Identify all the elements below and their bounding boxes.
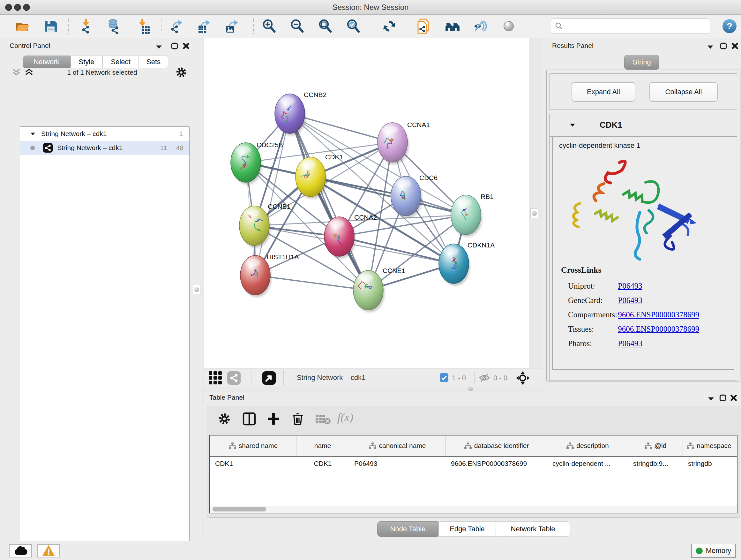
zoom-selected-icon[interactable]	[346, 18, 361, 34]
tab-node-table[interactable]: Node Table	[377, 521, 439, 537]
import-network-file-icon[interactable]	[79, 18, 94, 34]
export-network-icon[interactable]	[169, 18, 184, 34]
export-table-icon[interactable]	[197, 18, 212, 34]
network-node-RB1[interactable]	[451, 195, 482, 237]
zoom-in-icon[interactable]	[261, 18, 277, 34]
zoom-out-icon[interactable]	[289, 18, 305, 34]
tab-edge-table[interactable]: Edge Table	[439, 521, 496, 537]
crosslink-pharos[interactable]: P06493	[618, 339, 642, 348]
left-splitter-collapse-handle[interactable]	[193, 285, 200, 294]
function-builder-icon[interactable]: f(x)	[337, 411, 353, 424]
save-session-icon[interactable]	[43, 18, 58, 34]
cell-id[interactable]: stringdb:9...	[628, 456, 683, 471]
tab-network[interactable]: Network	[23, 56, 71, 68]
network-node-CCNB1[interactable]	[239, 206, 271, 248]
network-row-selected[interactable]: String Network – cdk1 11 48	[20, 141, 189, 155]
add-column-icon[interactable]	[266, 412, 280, 426]
column-header-description[interactable]: description	[547, 435, 628, 456]
hide-panels-icon[interactable]	[473, 18, 488, 34]
selected-nodes-checkbox[interactable]	[440, 373, 448, 382]
home-icon[interactable]	[445, 18, 460, 34]
toolbar-search-field[interactable]	[551, 18, 711, 34]
zoom-fit-icon[interactable]	[318, 18, 333, 34]
network-node-CCNA2[interactable]	[324, 217, 355, 259]
network-edge[interactable]	[290, 114, 368, 290]
preview-icon[interactable]	[501, 18, 516, 34]
cell-database-identifier[interactable]: 9606.ENSP00000378699	[446, 456, 547, 471]
cell-canonical-name[interactable]: P06493	[349, 456, 446, 471]
table-hscrollbar-track[interactable]	[210, 506, 737, 513]
tab-select[interactable]: Select	[103, 56, 139, 68]
network-edge[interactable]	[255, 114, 290, 275]
results-panel-float-icon[interactable]	[707, 45, 714, 49]
right-splitter-collapse-handle[interactable]	[530, 208, 538, 218]
crosslink-uniprot[interactable]: P06493	[618, 282, 642, 290]
collapse-all-button[interactable]: Collapse All	[650, 82, 718, 102]
network-collection-row[interactable]: String Network – cdk1 1	[20, 127, 189, 141]
section-collapse-icon[interactable]	[569, 123, 576, 127]
column-header-name[interactable]: name	[296, 435, 349, 456]
crosslink-genecard[interactable]: P06493	[618, 296, 642, 305]
column-header-database-identifier[interactable]: database identifier	[446, 435, 547, 456]
network-edge[interactable]	[339, 237, 454, 264]
tab-string[interactable]: String	[624, 55, 659, 70]
column-header-canonical-name[interactable]: canonical name	[349, 435, 446, 456]
tab-style[interactable]: Style	[71, 56, 103, 68]
warning-status-button[interactable]	[37, 544, 60, 557]
search-input[interactable]	[563, 22, 710, 30]
table-row[interactable]: CDK1 CDK1 P06493 9606.ENSP00000378699 cy…	[210, 456, 737, 471]
delete-column-icon[interactable]	[291, 412, 305, 426]
cloud-status-button[interactable]	[9, 544, 32, 557]
show-columns-icon[interactable]	[242, 412, 256, 426]
network-edge[interactable]	[255, 275, 368, 290]
open-session-icon[interactable]	[15, 18, 30, 34]
cell-namespace[interactable]: stringdb	[683, 456, 735, 471]
control-panel-float-icon[interactable]	[156, 45, 162, 49]
import-table-icon[interactable]	[135, 18, 151, 34]
cell-shared-name[interactable]: CDK1	[210, 456, 296, 471]
network-node-CDKN1A[interactable]	[439, 244, 470, 286]
network-node-CCNA1[interactable]	[378, 123, 409, 165]
network-node-HIST1H1A[interactable]	[240, 255, 272, 297]
share-document-icon[interactable]	[416, 18, 431, 34]
column-header-namespace[interactable]: namespace	[683, 435, 735, 456]
tab-network-table[interactable]: Network Table	[496, 521, 570, 537]
table-panel-close-icon[interactable]	[730, 394, 737, 401]
network-edge[interactable]	[311, 177, 466, 215]
network-options-gear-icon[interactable]	[175, 66, 188, 79]
results-panel-maximize-icon[interactable]	[720, 43, 727, 50]
network-node-CDC6[interactable]	[391, 176, 422, 218]
control-panel-maximize-icon[interactable]	[171, 43, 178, 50]
expand-all-icon[interactable]	[24, 68, 34, 76]
cell-name[interactable]: CDK1	[296, 456, 349, 471]
tree-expand-icon[interactable]	[30, 132, 36, 136]
tab-sets[interactable]: Sets	[139, 56, 168, 68]
detach-view-icon[interactable]	[262, 371, 276, 385]
import-network-database-icon[interactable]	[106, 18, 122, 34]
grid-view-icon[interactable]	[209, 371, 222, 385]
delete-table-icon[interactable]	[316, 414, 331, 425]
horizontal-splitter-handle[interactable]	[468, 387, 473, 391]
table-panel-maximize-icon[interactable]	[719, 394, 726, 401]
network-graph[interactable]: CCNB2CCNA1CDC25BCDK1CDC6RB1CCNB1CCNA2CDK…	[204, 38, 529, 368]
results-panel-close-icon[interactable]	[731, 43, 738, 50]
column-header-id[interactable]: @id	[628, 435, 683, 456]
crosslink-compartments[interactable]: 9606.ENSP00000378699	[618, 310, 699, 319]
network-canvas[interactable]: CCNB2CCNA1CDC25BCDK1CDC6RB1CCNB1CCNA2CDK…	[204, 38, 529, 368]
table-options-gear-icon[interactable]	[217, 412, 231, 426]
network-node-CCNE1[interactable]	[353, 270, 385, 312]
hidden-nodes-eye-icon[interactable]	[479, 373, 490, 382]
network-node-CDK1[interactable]	[295, 157, 327, 199]
refresh-icon[interactable]	[382, 18, 397, 34]
help-icon[interactable]: ?	[722, 18, 737, 34]
column-header-shared-name[interactable]: shared name	[210, 435, 296, 456]
birds-eye-view-icon[interactable]	[516, 371, 530, 385]
collapse-all-icon[interactable]	[11, 68, 21, 76]
memory-button[interactable]: Memory	[691, 544, 736, 558]
network-view-share-icon[interactable]	[227, 371, 241, 385]
expand-all-button[interactable]: Expand All	[571, 82, 635, 102]
control-panel-close-icon[interactable]	[183, 43, 190, 50]
cell-description[interactable]: cyclin-dependent ...	[547, 456, 628, 471]
network-node-CCNB2[interactable]	[275, 94, 306, 136]
gene-section-header[interactable]: CDK1	[550, 114, 737, 137]
